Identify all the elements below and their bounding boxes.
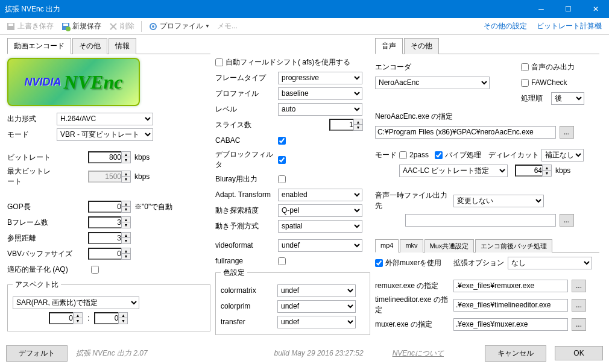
colorprim-select[interactable]: undef (277, 300, 356, 313)
remuxer-input[interactable] (453, 280, 568, 292)
colormatrix-select[interactable]: undef (277, 284, 356, 297)
bframes-spinner[interactable]: ▲▼ (88, 216, 131, 228)
level-select[interactable]: auto (278, 103, 362, 116)
spin-up-icon[interactable]: ▲ (119, 313, 127, 318)
gop-input[interactable] (88, 201, 121, 213)
ref-spinner[interactable]: ▲▼ (88, 232, 131, 244)
spin-down-icon[interactable]: ▼ (354, 125, 362, 130)
deblock-checkbox[interactable] (278, 156, 286, 164)
bitrate-spinner[interactable]: ▲▼ (88, 151, 131, 163)
order-select[interactable]: 後 (551, 92, 584, 105)
profile-dropdown[interactable]: プロファイル ▼ (146, 20, 212, 33)
timeline-browse-button[interactable]: ... (572, 299, 586, 312)
tab-other[interactable]: その他 (72, 38, 107, 54)
spin-down-icon[interactable]: ▼ (122, 238, 130, 243)
about-link[interactable]: NVEncについて (393, 348, 444, 359)
twopass-checkbox[interactable]: 2pass (399, 151, 429, 159)
spin-down-icon[interactable]: ▼ (74, 318, 82, 324)
tab-mp4[interactable]: mp4 (375, 239, 399, 253)
profile-select[interactable]: baseline (278, 87, 362, 100)
other-settings-link[interactable]: その他の設定 (480, 20, 531, 33)
temp-out-select[interactable]: 変更しない (453, 195, 544, 207)
spin-up-icon[interactable]: ▲ (354, 119, 362, 125)
timeline-input[interactable] (453, 299, 568, 312)
tab-video-encode[interactable]: 動画エンコード (7, 38, 71, 54)
aspect-b-spinner[interactable]: ▲▼ (94, 312, 128, 324)
spin-up-icon[interactable]: ▲ (122, 233, 130, 238)
aac-bitrate-spinner[interactable]: ▲▼ (515, 165, 552, 177)
overwrite-save-button[interactable]: 上書き保存 (4, 20, 56, 33)
bitrate-input[interactable] (88, 151, 121, 163)
vbv-spinner[interactable]: ▲▼ (88, 248, 131, 260)
tab-mux-common[interactable]: Mux共通設定 (424, 239, 475, 253)
temp-browse-button[interactable]: ... (560, 214, 574, 227)
spin-up-icon[interactable]: ▲ (122, 152, 130, 157)
aspect-a-input[interactable] (49, 312, 73, 324)
new-save-button[interactable]: 新規保存 (58, 20, 104, 33)
pipe-checkbox[interactable]: パイプ処理 (435, 150, 481, 160)
spin-up-icon[interactable]: ▲ (122, 217, 130, 222)
bframes-input[interactable] (88, 216, 121, 228)
aac-bitrate-input[interactable] (515, 165, 542, 177)
mv-precision-select[interactable]: Q-pel (278, 204, 362, 217)
frametype-select[interactable]: progressive (278, 72, 362, 84)
default-button[interactable]: デフォルト (6, 345, 68, 362)
ok-button[interactable]: OK (555, 346, 603, 360)
videoformat-select[interactable]: undef (278, 239, 362, 252)
spin-down-icon[interactable]: ▼ (119, 318, 127, 324)
encoder-select[interactable]: NeroAacEnc (375, 77, 490, 89)
spin-down-icon[interactable]: ▼ (122, 157, 130, 163)
tab-batch[interactable]: エンコ前後バッチ処理 (475, 239, 552, 253)
exe-browse-button[interactable]: ... (560, 126, 574, 139)
audio-only-checkbox[interactable]: 音声のみ出力 (521, 62, 575, 72)
spin-up-icon[interactable]: ▲ (122, 201, 130, 207)
tab-info[interactable]: 情報 (109, 38, 136, 54)
remuxer-browse-button[interactable]: ... (572, 280, 586, 292)
aq-checkbox[interactable]: 適応的量子化 (AQ) (7, 265, 99, 275)
afs-checkbox[interactable]: 自動フィールドシフト( afs)を使用する (215, 57, 350, 67)
close-button[interactable]: ✕ (582, 0, 609, 18)
tab-audio-other[interactable]: その他 (404, 38, 439, 54)
spin-down-icon[interactable]: ▼ (543, 171, 551, 176)
memo-button[interactable]: メモ... (215, 20, 240, 33)
delaycut-select[interactable]: 補正なし (541, 149, 584, 162)
cabac-checkbox[interactable] (278, 137, 286, 145)
muxer-input[interactable] (453, 318, 568, 331)
aspect-b-input[interactable] (94, 312, 118, 324)
spin-down-icon[interactable]: ▼ (122, 207, 130, 212)
mode-select[interactable]: VBR - 可変ビットレート (57, 128, 153, 141)
output-format-select[interactable]: H.264/AVC (57, 113, 153, 125)
ext-opts-select[interactable]: なし (508, 257, 592, 269)
spin-up-icon[interactable]: ▲ (543, 165, 551, 171)
fawcheck-checkbox[interactable]: FAWCheck (521, 78, 567, 87)
aspect-a-spinner[interactable]: ▲▼ (49, 312, 83, 324)
ext-muxer-checkbox[interactable]: 外部muxerを使用 (375, 258, 441, 268)
aac-mode-select[interactable]: AAC-LC ビットレート指定 (399, 165, 508, 177)
ref-input[interactable] (88, 232, 121, 244)
exe-path-input[interactable] (375, 126, 556, 139)
transfer-select[interactable]: undef (277, 316, 356, 328)
slices-input[interactable] (329, 119, 353, 131)
spin-up-icon[interactable]: ▲ (122, 248, 130, 254)
bitrate-calc-link[interactable]: ビットレート計算機 (533, 20, 605, 33)
spin-up-icon[interactable]: ▲ (74, 313, 82, 318)
muxer-browse-button[interactable]: ... (572, 318, 586, 331)
fullrange-checkbox[interactable] (278, 257, 286, 265)
mv-predict-select[interactable]: spatial (278, 220, 362, 233)
tab-audio[interactable]: 音声 (375, 38, 403, 54)
tab-mkv[interactable]: mkv (400, 239, 423, 253)
temp-path-input[interactable] (405, 214, 556, 227)
bluray-checkbox[interactable] (278, 175, 286, 183)
minimize-button[interactable]: ─ (528, 0, 555, 18)
aspect-mode-select[interactable]: SAR(PAR, 画素比)で指定 (13, 297, 139, 309)
gop-spinner[interactable]: ▲▼ (88, 201, 131, 213)
slices-spinner[interactable]: ▲▼ (329, 119, 363, 131)
maximize-button[interactable]: ☐ (555, 0, 582, 18)
max-bitrate-spinner[interactable]: ▲▼ (88, 171, 131, 183)
vbv-input[interactable] (88, 248, 121, 260)
delete-button[interactable]: 削除 (106, 20, 137, 33)
cancel-button[interactable]: キャンセル (485, 345, 546, 362)
spin-down-icon[interactable]: ▼ (122, 222, 130, 228)
spin-down-icon[interactable]: ▼ (122, 254, 130, 259)
adapt-select[interactable]: enabled (278, 189, 362, 201)
